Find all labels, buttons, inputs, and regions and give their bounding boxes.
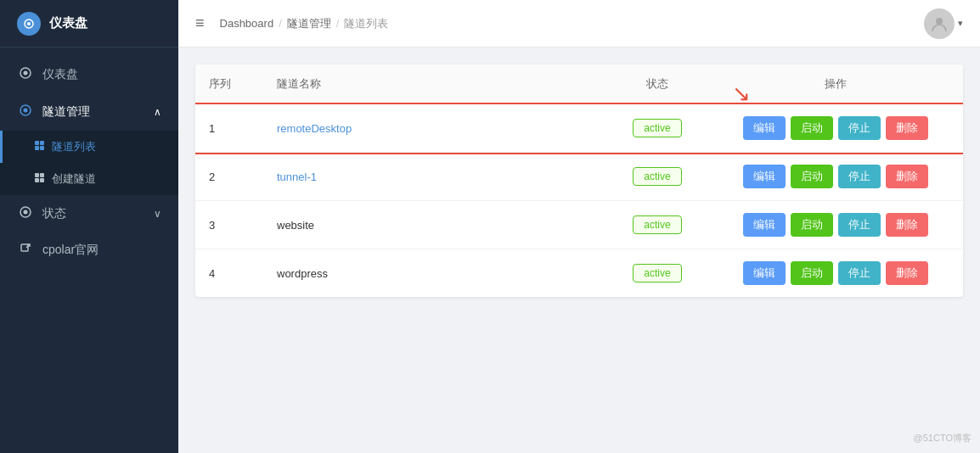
sidebar-item-tunnel-management-label: 隧道管理	[42, 104, 154, 120]
breadcrumb-tunnel-list: 隧道列表	[344, 16, 388, 31]
tunnel-management-arrow-icon: ∧	[154, 106, 161, 118]
row-3-edit-button[interactable]: 编辑	[743, 213, 786, 237]
row-4-index: 4	[195, 249, 263, 298]
sidebar-item-cpolar[interactable]: cpolar官网	[0, 232, 178, 268]
table-row: 2 tunnel-1 active 编辑 启动 停止 删	[195, 153, 963, 201]
table-row: 1 remoteDesktop active ↘ 编辑 启动	[195, 104, 963, 153]
topbar: ≡ Dashboard / 隧道管理 / 隧道列表 ▾	[178, 0, 980, 48]
sidebar-submenu-tunnel: 隧道列表 创建隧道	[0, 131, 178, 195]
avatar-caret-icon[interactable]: ▾	[958, 18, 963, 29]
row-1-index: 1	[195, 104, 263, 153]
row-3-delete-button[interactable]: 删除	[886, 213, 928, 237]
row-4-status: active	[606, 249, 708, 298]
row-3-index: 3	[195, 201, 263, 249]
row-3-name-text: website	[277, 219, 314, 232]
row-4-name-text: wordpress	[277, 267, 328, 280]
row-4-delete-button[interactable]: 删除	[886, 261, 928, 285]
table-header-row: 序列 隧道名称 状态 操作	[195, 64, 963, 104]
row-3-status-badge: active	[633, 215, 681, 234]
row-2-btn-group: 编辑 启动 停止 删除	[722, 165, 949, 188]
svg-rect-8	[35, 146, 39, 150]
svg-point-3	[24, 71, 28, 76]
table-row: 3 website active 编辑 启动 停止 删除	[195, 201, 963, 249]
breadcrumb: Dashboard / 隧道管理 / 隧道列表	[220, 16, 389, 31]
svg-rect-10	[35, 173, 39, 177]
breadcrumb-tunnel-management[interactable]: 隧道管理	[287, 16, 331, 31]
col-header-index: 序列	[195, 64, 263, 104]
dashboard-nav-icon	[17, 66, 34, 83]
svg-rect-6	[35, 141, 39, 145]
svg-rect-9	[40, 146, 44, 150]
row-1-name: remoteDesktop	[263, 104, 606, 153]
sidebar-subitem-tunnel-list[interactable]: 隧道列表	[0, 131, 178, 163]
row-2-edit-button[interactable]: 编辑	[743, 165, 786, 188]
sidebar-item-status[interactable]: 状态 ∨	[0, 195, 178, 232]
row-1-stop-button[interactable]: 停止	[838, 116, 881, 140]
status-arrow-icon: ∨	[154, 208, 161, 220]
sidebar-logo[interactable]: 仪表盘	[0, 0, 178, 48]
row-2-status-badge: active	[633, 167, 681, 186]
row-1-actions: ↘ 编辑 启动 停止 删除	[708, 104, 963, 153]
tunnel-list-icon	[34, 140, 45, 154]
topbar-left: ≡ Dashboard / 隧道管理 / 隧道列表	[195, 14, 388, 32]
sidebar-item-dashboard-label: 仪表盘	[42, 67, 161, 82]
breadcrumb-sep-1: /	[279, 17, 282, 30]
tunnel-table: 序列 隧道名称 状态 操作 1 remoteDesktop acti	[195, 64, 963, 297]
tunnel-management-icon	[17, 103, 34, 120]
row-4-stop-button[interactable]: 停止	[838, 261, 881, 285]
avatar[interactable]	[924, 8, 955, 39]
sidebar-item-tunnel-management[interactable]: 隧道管理 ∧	[0, 93, 178, 131]
row-2-name: tunnel-1	[263, 153, 606, 201]
row-1-status-badge: active	[633, 119, 681, 137]
svg-rect-7	[40, 141, 44, 145]
row-1-start-button[interactable]: 启动	[791, 116, 833, 140]
row-2-index: 2	[195, 153, 263, 201]
row-4-edit-button[interactable]: 编辑	[743, 261, 786, 285]
sidebar-nav: 仪表盘 隧道管理 ∧	[0, 48, 178, 453]
status-icon	[17, 205, 34, 222]
row-1-btn-group: 编辑 启动 停止 删除	[722, 116, 949, 140]
sidebar-item-status-label: 状态	[42, 206, 154, 221]
svg-rect-13	[40, 178, 44, 182]
create-tunnel-icon	[34, 172, 45, 186]
content-area: 序列 隧道名称 状态 操作 1 remoteDesktop acti	[178, 48, 980, 453]
sidebar-subitem-create-tunnel-label: 创建隧道	[52, 171, 96, 187]
row-2-name-text: tunnel-1	[277, 171, 317, 183]
row-4-btn-group: 编辑 启动 停止 删除	[722, 261, 949, 285]
row-2-delete-button[interactable]: 删除	[886, 165, 928, 188]
row-3-status: active	[606, 201, 708, 249]
sidebar-subitem-create-tunnel[interactable]: 创建隧道	[0, 163, 178, 195]
row-2-status: active	[606, 153, 708, 201]
row-3-btn-group: 编辑 启动 停止 删除	[722, 213, 949, 237]
main-content: ≡ Dashboard / 隧道管理 / 隧道列表 ▾	[178, 0, 980, 453]
breadcrumb-sep-2: /	[336, 17, 340, 30]
svg-rect-11	[40, 173, 44, 177]
hamburger-icon[interactable]: ≡	[195, 14, 205, 32]
dashboard-icon	[17, 12, 41, 36]
row-1-edit-button[interactable]: 编辑	[743, 116, 786, 140]
col-header-status: 状态	[606, 64, 708, 104]
row-2-actions: 编辑 启动 停止 删除	[708, 153, 963, 201]
row-3-start-button[interactable]: 启动	[791, 213, 833, 237]
watermark: @51CTO博客	[914, 432, 972, 445]
row-1-status: active	[606, 104, 708, 153]
cpolar-icon	[17, 243, 34, 258]
row-4-start-button[interactable]: 启动	[791, 261, 833, 285]
svg-point-5	[24, 109, 28, 113]
svg-point-18	[936, 18, 943, 25]
sidebar-subitem-tunnel-list-label: 隧道列表	[52, 139, 96, 154]
row-4-status-badge: active	[633, 264, 681, 282]
sidebar-item-dashboard[interactable]: 仪表盘	[0, 56, 178, 93]
row-3-stop-button[interactable]: 停止	[838, 213, 881, 237]
sidebar-logo-text: 仪表盘	[49, 15, 87, 31]
row-1-name-text: remoteDesktop	[277, 122, 352, 135]
row-2-stop-button[interactable]: 停止	[838, 165, 881, 188]
row-2-start-button[interactable]: 启动	[791, 165, 833, 188]
row-1-delete-button[interactable]: 删除	[886, 116, 928, 140]
tunnel-table-container: 序列 隧道名称 状态 操作 1 remoteDesktop acti	[195, 64, 963, 297]
svg-rect-12	[35, 178, 39, 182]
row-3-name: website	[263, 201, 606, 249]
row-4-name: wordpress	[263, 249, 606, 298]
breadcrumb-dashboard[interactable]: Dashboard	[220, 17, 274, 30]
svg-point-15	[24, 210, 28, 215]
